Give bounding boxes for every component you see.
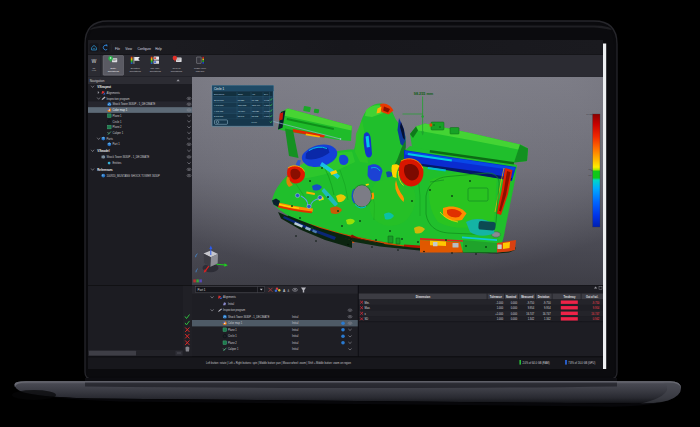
svg-text:view: view (92, 69, 97, 71)
svg-text:-9.750: -9.750 (527, 301, 535, 305)
svg-text:map grid: map grid (196, 70, 205, 72)
svg-text:15.082: 15.082 (252, 115, 259, 117)
svg-text:Color map 1: Color map 1 (113, 108, 128, 112)
svg-text:Plane 1: Plane 1 (228, 328, 237, 332)
svg-text:Max.: Max. (365, 306, 371, 310)
svg-text:Initial: Initial (292, 334, 299, 338)
svg-text:Deviation: Deviation (131, 67, 141, 69)
svg-text:0.000: 0.000 (511, 317, 518, 321)
svg-text:16.747: 16.747 (591, 312, 599, 316)
svg-text:W: W (92, 58, 97, 64)
svg-text:3D: 3D (93, 67, 96, 69)
svg-text:100920_MUSTANG SHOCK TOWER 363: 100920_MUSTANG SHOCK TOWER 3630P (107, 174, 160, 178)
svg-text:Dev.: Dev. (264, 93, 269, 95)
svg-text:Navigation: Navigation (90, 79, 105, 83)
svg-text:Circle 1: Circle 1 (214, 87, 225, 91)
svg-text:Val.: Val. (252, 93, 256, 95)
svg-text:Alignments: Alignments (223, 295, 237, 299)
svg-text:7.8% of 16.0 GB (GPU): 7.8% of 16.0 GB (GPU) (568, 361, 595, 365)
svg-text:0.000: 0.000 (511, 306, 518, 310)
svg-text:16.747: 16.747 (543, 312, 551, 316)
svg-text:Shock Tower 3630P - 1_DECIMATE: Shock Tower 3630P - 1_DECIMATE (113, 102, 156, 106)
svg-text:Caliper 1: Caliper 1 (228, 347, 239, 351)
svg-text:Inspection program: Inspection program (107, 97, 131, 101)
svg-text:9.9.9.2875 2021 05:01: 9.9.9.2875 2021 05:01 (365, 274, 392, 278)
svg-text:Nominal: Nominal (506, 295, 517, 299)
svg-text:Min.: Min. (365, 301, 370, 305)
svg-text:Y 1/1.000: Y 1/1.000 (214, 110, 224, 112)
svg-text:Deviation: Deviation (538, 295, 550, 299)
svg-text:15.841: 15.841 (238, 115, 245, 117)
svg-text:File: File (115, 47, 120, 51)
svg-text:16.747: 16.747 (526, 312, 534, 316)
svg-text:9.954: 9.954 (593, 306, 600, 310)
svg-text:Entities: Entities (113, 161, 122, 165)
svg-text:Shock Tower 3630P - 1_DECIMATE: Shock Tower 3630P - 1_DECIMATE (107, 155, 150, 159)
svg-text:Entity: Entity (111, 67, 117, 69)
svg-text:-79.814: -79.814 (238, 110, 246, 112)
svg-text:9.954: 9.954 (528, 306, 535, 310)
svg-text:annotations: annotations (130, 70, 142, 72)
svg-text:Initial: Initial (292, 328, 299, 332)
svg-text:0.749: 0.749 (252, 121, 258, 123)
svg-text:SD: SD (365, 317, 369, 321)
svg-text:Out of tol.: Out of tol. (586, 295, 599, 299)
svg-text:A: A (288, 289, 290, 293)
svg-text:98.255 mm: 98.255 mm (414, 92, 434, 96)
svg-text:0.942: 0.942 (593, 317, 600, 321)
svg-text:Configure: Configure (138, 47, 152, 51)
svg-text:Plane 2: Plane 2 (228, 341, 237, 345)
svg-text:-9.750: -9.750 (543, 301, 551, 305)
svg-text:View: View (125, 47, 132, 51)
svg-text:Clear all: Clear all (172, 67, 181, 69)
svg-text:Circle 1: Circle 1 (228, 334, 237, 338)
svg-text:Initial: Initial (292, 315, 299, 319)
svg-text:Ø 1/1.000: Ø 1/1.000 (214, 99, 224, 101)
svg-text:Part 1: Part 1 (198, 288, 206, 292)
svg-text:VXmodel: VXmodel (97, 149, 109, 153)
svg-text:Help: Help (155, 47, 162, 51)
svg-text:0.000: 0.000 (511, 312, 518, 316)
svg-text:Initial: Initial (228, 302, 234, 306)
svg-text:Plane 1: Plane 1 (113, 114, 123, 118)
svg-text:-271.499: -271.499 (252, 104, 261, 106)
svg-text:Initial: Initial (292, 341, 299, 345)
svg-text:Alignments: Alignments (107, 91, 121, 95)
svg-text:annotations: annotations (108, 70, 120, 72)
svg-text:Initial: Initial (292, 321, 299, 325)
svg-text:1.000: 1.000 (497, 306, 504, 310)
svg-text:Toggle color: Toggle color (194, 67, 206, 69)
svg-text:Z 1/1.000: Z 1/1.000 (214, 115, 224, 117)
svg-text:annotations: annotations (171, 70, 183, 72)
svg-text:1.342: 1.342 (528, 317, 535, 321)
svg-text:71.452: 71.452 (252, 99, 259, 101)
svg-text:annotations: annotations (150, 70, 162, 72)
svg-text:References: References (97, 168, 113, 172)
svg-text:Dimension: Dimension (214, 93, 225, 95)
svg-text:1.342: 1.342 (544, 317, 551, 321)
svg-text:-9.750: -9.750 (592, 301, 600, 305)
svg-text:Nom.: Nom. (238, 93, 244, 95)
svg-text:Measured: Measured (521, 295, 534, 299)
svg-text:Part 1: Part 1 (113, 142, 121, 146)
svg-text:X 1/1.000: X 1/1.000 (214, 104, 224, 106)
svg-text:+1.000: +1.000 (495, 312, 504, 316)
svg-text:Color map 1: Color map 1 (228, 321, 243, 325)
svg-text:Plane 2: Plane 2 (113, 125, 123, 129)
svg-text:0.000: 0.000 (511, 301, 518, 305)
svg-text:-270.875: -270.875 (238, 104, 247, 106)
svg-text:1.000: 1.000 (497, 317, 504, 321)
svg-text:Inspection program: Inspection program (223, 308, 245, 312)
svg-text:Caliper 1: Caliper 1 (113, 131, 124, 135)
svg-text:Circle 1: Circle 1 (113, 120, 123, 124)
svg-text:Left button: rotate | Left +: Left button: rotate | Left + Right butto… (206, 361, 352, 365)
svg-text:Tolerance: Tolerance (490, 295, 503, 299)
svg-text:Dimension: Dimension (416, 295, 431, 299)
svg-text:Tendency: Tendency (564, 295, 576, 299)
svg-text:-1.000: -1.000 (496, 301, 504, 305)
svg-text:-75.036: -75.036 (252, 110, 260, 112)
svg-text:Shock Tower 3630P - 1_DECIMATE: Shock Tower 3630P - 1_DECIMATE (228, 315, 270, 319)
svg-text:Initial: Initial (292, 347, 299, 351)
svg-text:9.954: 9.954 (544, 306, 551, 310)
svg-text:71.521: 71.521 (238, 99, 245, 101)
